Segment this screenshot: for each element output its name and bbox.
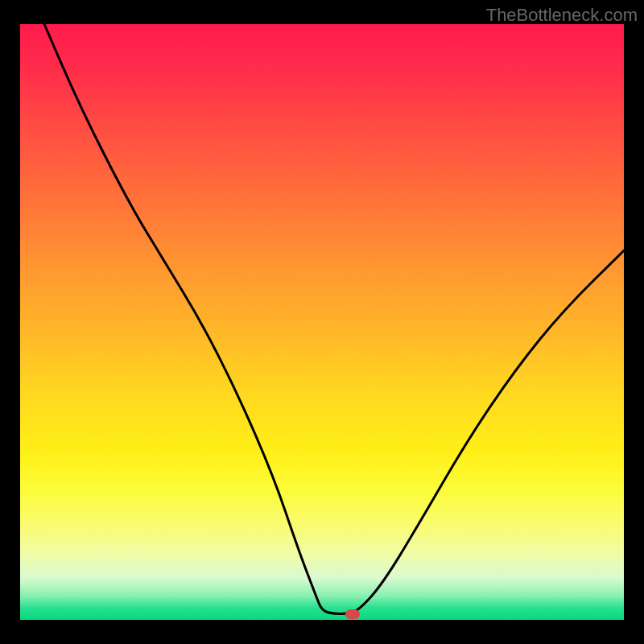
bottleneck-curve <box>20 24 624 620</box>
target-marker <box>345 609 360 619</box>
chart-plot-area <box>20 24 624 620</box>
watermark-text: TheBottleneck.com <box>486 5 638 26</box>
